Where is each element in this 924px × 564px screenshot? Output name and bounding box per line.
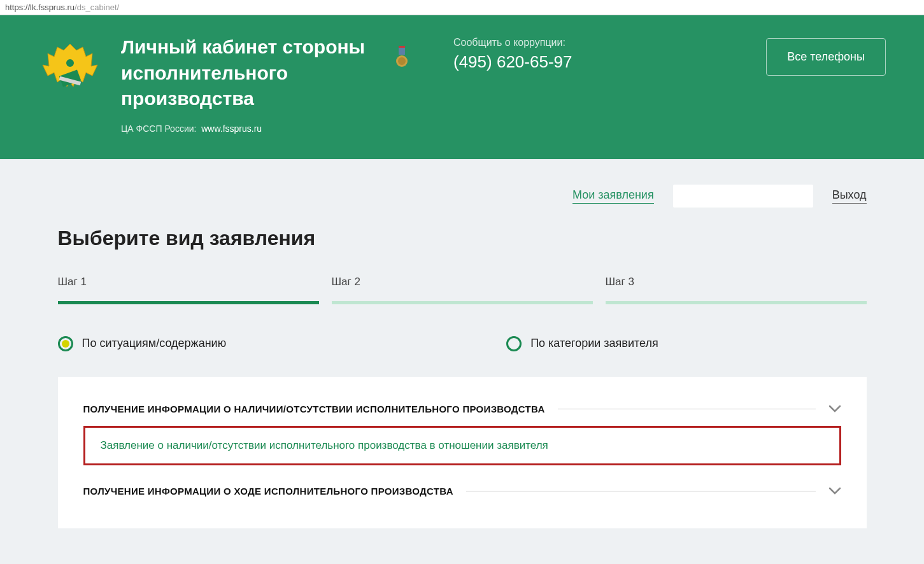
step-2[interactable]: Шаг 2	[332, 276, 593, 304]
divider	[466, 491, 816, 491]
fssp-emblem-icon	[41, 41, 99, 104]
site-title: Личный кабинет стороны исполнительного п…	[121, 34, 376, 112]
corruption-report-label: Сообщить о коррупции:	[453, 37, 572, 48]
radio-icon-selected	[58, 336, 73, 351]
accordion-header-2[interactable]: ПОЛУЧЕНИЕ ИНФОРМАЦИИ О ХОДЕ ИСПОЛНИТЕЛЬН…	[83, 478, 841, 504]
step-1-label: Шаг 1	[58, 276, 319, 288]
divider	[558, 409, 816, 409]
logo-container	[38, 34, 102, 104]
user-name-box	[673, 185, 813, 208]
radio-by-situation-label: По ситуациям/содержанию	[82, 337, 227, 350]
accordion-item-2: ПОЛУЧЕНИЕ ИНФОРМАЦИИ О ХОДЕ ИСПОЛНИТЕЛЬН…	[83, 478, 841, 504]
step-1[interactable]: Шаг 1	[58, 276, 319, 304]
medal-icon	[395, 46, 409, 69]
filter-radio-group: По ситуациям/содержанию По категории зая…	[58, 336, 867, 351]
all-phones-button[interactable]: Все телефоны	[766, 38, 886, 76]
browser-address-bar[interactable]: https://lk.fssprus.ru/ds_cabinet/	[0, 0, 924, 15]
application-presence-link[interactable]: Заявление о наличии/отсутствии исполните…	[101, 439, 548, 451]
logout-link[interactable]: Выход	[832, 188, 867, 204]
contact-block: Сообщить о коррупции: (495) 620-65-97	[453, 37, 572, 72]
radio-by-category-label: По категории заявителя	[530, 337, 658, 350]
accordion-title-2: ПОЛУЧЕНИЕ ИНФОРМАЦИИ О ХОДЕ ИСПОЛНИТЕЛЬН…	[83, 486, 453, 497]
step-progress: Шаг 1 Шаг 2 Шаг 3	[58, 276, 867, 304]
subtitle-prefix: ЦА ФССП России:	[121, 123, 196, 134]
accordion-title-1: ПОЛУЧЕНИЕ ИНФОРМАЦИИ О НАЛИЧИИ/ОТСУТСТВИ…	[83, 404, 545, 414]
user-bar: Мои заявления Выход	[20, 159, 905, 220]
url-domain: lk.fssprus.ru	[30, 3, 75, 12]
url-path: /ds_cabinet/	[75, 3, 119, 12]
svg-point-2	[66, 59, 74, 67]
contact-phone[interactable]: (495) 620-65-97	[453, 52, 572, 72]
step-2-label: Шаг 2	[332, 276, 593, 288]
fssp-website-link[interactable]: www.fssprus.ru	[201, 123, 262, 134]
accordion-item-1: ПОЛУЧЕНИЕ ИНФОРМАЦИИ О НАЛИЧИИ/ОТСУТСТВИ…	[83, 396, 841, 465]
step-3[interactable]: Шаг 3	[606, 276, 867, 304]
chevron-down-icon	[828, 405, 841, 412]
step-3-bar	[606, 301, 867, 304]
svg-point-6	[398, 57, 406, 65]
highlighted-link-box: Заявление о наличии/отсутствии исполните…	[83, 426, 841, 465]
step-1-bar	[58, 301, 319, 304]
main-content: Выберите вид заявления Шаг 1 Шаг 2 Шаг 3…	[20, 220, 905, 535]
page-heading: Выберите вид заявления	[58, 227, 867, 250]
site-header: Личный кабинет стороны исполнительного п…	[0, 15, 924, 159]
accordion: ПОЛУЧЕНИЕ ИНФОРМАЦИИ О НАЛИЧИИ/ОТСУТСТВИ…	[58, 377, 867, 528]
svg-rect-4	[399, 46, 405, 48]
title-block: Личный кабинет стороны исполнительного п…	[121, 34, 376, 134]
radio-icon	[506, 336, 522, 351]
site-subtitle: ЦА ФССП России: www.fssprus.ru	[121, 123, 376, 134]
accordion-header-1[interactable]: ПОЛУЧЕНИЕ ИНФОРМАЦИИ О НАЛИЧИИ/ОТСУТСТВИ…	[83, 396, 841, 422]
step-2-bar	[332, 301, 593, 304]
radio-by-situation[interactable]: По ситуациям/содержанию	[58, 336, 227, 351]
step-3-label: Шаг 3	[606, 276, 867, 288]
radio-by-category[interactable]: По категории заявителя	[506, 336, 658, 351]
chevron-down-icon	[828, 487, 841, 495]
my-applications-link[interactable]: Мои заявления	[572, 188, 654, 204]
url-protocol: https://	[5, 3, 30, 12]
eagle-emblem-icon	[41, 41, 99, 104]
